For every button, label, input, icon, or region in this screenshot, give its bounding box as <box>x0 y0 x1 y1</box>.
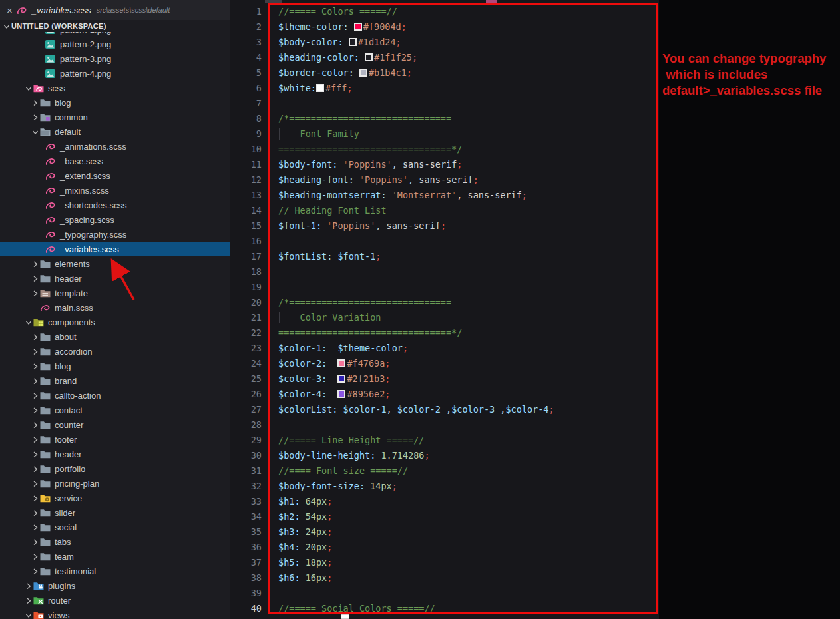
chevron-down-icon[interactable] <box>29 128 40 136</box>
chevron-right-icon[interactable] <box>29 567 40 576</box>
tree-item-template[interactable]: template <box>0 286 230 300</box>
chevron-right-icon[interactable] <box>29 333 40 341</box>
tree-item-blog[interactable]: blog <box>0 359 230 373</box>
tree-item-elements[interactable]: elements <box>0 256 230 271</box>
tree-item-brand[interactable]: brand <box>0 373 230 388</box>
code-token: ; <box>385 358 390 369</box>
folder-components-icon <box>33 318 45 327</box>
line-number: 4 <box>230 50 262 65</box>
tree-item-pricing-plan[interactable]: pricing-plan <box>0 476 230 491</box>
tree-item-scss[interactable]: scss <box>0 81 230 95</box>
tree-item-label: scss <box>48 83 65 93</box>
tree-item-plugins[interactable]: plugins <box>0 578 230 593</box>
code-editor[interactable]: 1234567891011121314151617181920212223242… <box>230 0 659 619</box>
tree-item-team[interactable]: team <box>0 549 230 564</box>
chevron-right-icon[interactable] <box>29 347 40 356</box>
tree-item--animations-scss[interactable]: _animations.scss <box>0 139 230 154</box>
color-swatch[interactable] <box>359 69 367 77</box>
tree-item-about[interactable]: about <box>0 329 230 344</box>
tree-item-header[interactable]: header <box>0 447 230 461</box>
tree-item-label: _mixins.scss <box>60 186 109 196</box>
code-token: ; <box>327 496 332 507</box>
tree-item-label: counter <box>55 420 83 430</box>
chevron-right-icon[interactable] <box>29 260 40 268</box>
chevron-right-icon[interactable] <box>29 421 40 429</box>
color-swatch[interactable] <box>365 53 373 61</box>
tree-item-label: social <box>55 522 77 532</box>
chevron-right-icon[interactable] <box>23 582 33 590</box>
sass-icon <box>45 157 57 166</box>
code-line-25: $color-3: #2f21b3; <box>278 371 554 387</box>
color-swatch[interactable] <box>337 390 345 398</box>
tree-item-footer[interactable]: footer <box>0 432 230 447</box>
tree-item-tabs[interactable]: tabs <box>0 534 230 549</box>
color-swatch[interactable] <box>337 359 345 367</box>
chevron-down-icon[interactable] <box>23 84 33 93</box>
chevron-right-icon[interactable] <box>29 274 40 283</box>
tree-item-pattern-2-png[interactable]: pattern-2.png <box>0 37 230 51</box>
code-token: $color-4: <box>278 389 337 399</box>
chevron-right-icon[interactable] <box>29 99 40 107</box>
code-line-6: $white:#fff; <box>278 81 554 96</box>
color-swatch[interactable] <box>337 375 345 383</box>
chevron-down-icon[interactable] <box>23 318 33 327</box>
tree-item-service[interactable]: service <box>0 491 230 505</box>
tree-item-components[interactable]: components <box>0 315 230 329</box>
code-content[interactable]: //===== Colors =====//$theme-color: #f90… <box>278 4 554 616</box>
chevron-right-icon[interactable] <box>29 450 40 459</box>
code-indent-guide <box>279 312 280 323</box>
tree-item-default[interactable]: default <box>0 124 230 139</box>
tree-item-testimonial[interactable]: testimonial <box>0 564 230 578</box>
chevron-right-icon[interactable] <box>29 377 40 385</box>
tree-item-callto-action[interactable]: callto-action <box>0 388 230 403</box>
chevron-right-icon[interactable] <box>29 552 40 561</box>
color-swatch[interactable] <box>316 84 324 92</box>
code-token: $font-1: <box>278 220 327 231</box>
chevron-right-icon[interactable] <box>29 362 40 371</box>
chevron-right-icon[interactable] <box>29 406 40 415</box>
tree-item--variables-scss[interactable]: _variables.scss <box>0 242 230 256</box>
tree-item-counter[interactable]: counter <box>0 417 230 432</box>
tree-item-main-scss[interactable]: main.scss <box>0 300 230 315</box>
chevron-right-icon[interactable] <box>23 596 33 605</box>
tree-item-accordion[interactable]: accordion <box>0 344 230 359</box>
chevron-right-icon[interactable] <box>29 113 40 122</box>
tree-item-social[interactable]: social <box>0 520 230 534</box>
color-swatch[interactable] <box>354 23 362 31</box>
tree-item-contact[interactable]: contact <box>0 403 230 417</box>
editor-tab[interactable]: × _variables.scss src\assets\scss\defaul… <box>0 0 230 20</box>
code-token: ; <box>441 220 446 231</box>
tree-item--extend-scss[interactable]: _extend.scss <box>0 168 230 183</box>
chevron-down-icon[interactable] <box>23 611 33 619</box>
tree-item--mixins-scss[interactable]: _mixins.scss <box>0 183 230 198</box>
close-icon[interactable]: × <box>7 5 13 15</box>
color-swatch[interactable] <box>349 38 357 46</box>
chevron-right-icon[interactable] <box>29 494 40 503</box>
chevron-right-icon[interactable] <box>29 289 40 298</box>
chevron-right-icon[interactable] <box>29 435 40 444</box>
tree-item--spacing-scss[interactable]: _spacing.scss <box>0 212 230 227</box>
tree-item-views[interactable]: views <box>0 608 230 619</box>
workspace-section-header[interactable]: UNTITLED (WORKSPACE) <box>0 20 230 32</box>
tree-item-blog[interactable]: blog <box>0 95 230 110</box>
annotation-line-3: default>_variables.scss file <box>662 83 826 99</box>
chevron-right-icon[interactable] <box>29 479 40 488</box>
chevron-right-icon[interactable] <box>29 509 40 517</box>
tree-item-common[interactable]: common <box>0 110 230 124</box>
tree-item-pattern-4-png[interactable]: pattern-4.png <box>0 66 230 81</box>
tree-item-slider[interactable]: slider <box>0 505 230 520</box>
tree-item-pattern-1-png[interactable]: pattern-1.png <box>0 32 230 37</box>
chevron-right-icon[interactable] <box>29 538 40 546</box>
tree-item--shortcodes-scss[interactable]: _shortcodes.scss <box>0 198 230 212</box>
tree-item-pattern-3-png[interactable]: pattern-3.png <box>0 51 230 66</box>
tree-item-portfolio[interactable]: portfolio <box>0 461 230 476</box>
tree-item-header[interactable]: header <box>0 271 230 286</box>
tree-item-label: components <box>48 317 95 327</box>
tree-item--base-scss[interactable]: _base.scss <box>0 154 230 168</box>
chevron-right-icon[interactable] <box>29 523 40 532</box>
tree-item--typography-scss[interactable]: _typography.scss <box>0 227 230 242</box>
chevron-right-icon[interactable] <box>29 391 40 400</box>
chevron-right-icon[interactable] <box>29 465 40 473</box>
tree-item-router[interactable]: router <box>0 593 230 608</box>
tree-item-label: tabs <box>55 537 71 547</box>
